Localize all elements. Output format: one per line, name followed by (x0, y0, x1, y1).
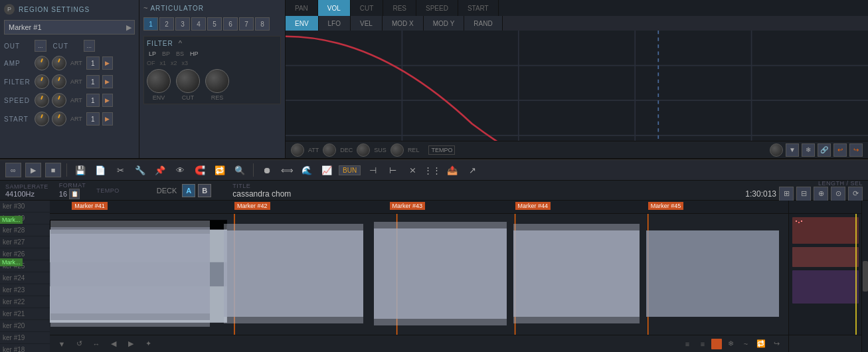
format-icon[interactable]: 📋 (69, 189, 80, 199)
marker-44-label[interactable]: Marker #44 (515, 202, 551, 210)
scissors-icon[interactable]: ✂ (112, 163, 128, 177)
trim-icon[interactable]: ⊣ (365, 163, 381, 177)
filter-bs[interactable]: BS (174, 50, 186, 58)
bun-btn[interactable]: BUN (339, 165, 361, 175)
start-knob1[interactable] (35, 112, 49, 126)
marker-dropdown[interactable]: Marker #1 ▶ (4, 20, 135, 35)
art-num-6[interactable]: 6 (223, 17, 238, 31)
cut-btn[interactable]: ... (84, 40, 96, 52)
curve-icon[interactable]: 📈 (319, 163, 335, 177)
dec-knob[interactable] (323, 143, 336, 157)
bottom-link[interactable]: ✦ (141, 337, 155, 351)
waveform-area[interactable] (50, 214, 788, 335)
art-num-7[interactable]: 7 (239, 17, 254, 31)
tab-cut[interactable]: CUT (351, 0, 384, 16)
art-num-2[interactable]: 2 (159, 17, 174, 31)
bottom-tilde[interactable]: ~ (739, 337, 752, 351)
amp-arrow-btn[interactable]: ▶ (102, 56, 113, 70)
art-num-1[interactable]: 1 (143, 17, 158, 31)
len-btn-5[interactable]: ⟳ (848, 187, 863, 201)
speed-knob1[interactable] (35, 93, 49, 108)
bottom-loop[interactable]: 🔁 (754, 337, 768, 351)
speed-knob2[interactable] (52, 93, 66, 108)
filter-hp[interactable]: HP (188, 50, 201, 58)
record-icon[interactable]: ⏺ (259, 163, 275, 177)
filter-lp[interactable]: LP (147, 50, 158, 58)
env-redo[interactable]: ↪ (849, 143, 863, 157)
side-marker-2[interactable]: Mark... (0, 258, 23, 266)
right-scrollbar[interactable] (861, 201, 868, 352)
filter-knob2[interactable] (52, 74, 66, 89)
stop-btn[interactable]: ■ (45, 163, 61, 177)
start-knob2[interactable] (52, 112, 66, 126)
rel-knob[interactable] (391, 143, 404, 157)
len-btn-1[interactable]: ⊞ (779, 187, 794, 201)
art-num-8[interactable]: 8 (255, 17, 270, 31)
tab-env[interactable]: ENV (286, 16, 319, 31)
bottom-prev[interactable]: ◀ (107, 337, 120, 351)
bottom-eq[interactable]: ≡ (696, 337, 709, 351)
filter-x3[interactable]: x3 (182, 60, 189, 66)
len-btn-2[interactable]: ⊟ (796, 187, 811, 201)
filter-arrow-btn[interactable]: ▶ (102, 75, 113, 88)
art-num-5[interactable]: 5 (207, 17, 222, 31)
export-icon[interactable]: 📤 (444, 163, 460, 177)
marker-41-label[interactable]: Marker #41 (72, 202, 108, 210)
bottom-arrow-down[interactable]: ▼ (55, 337, 68, 351)
art-num-4[interactable]: 4 (191, 17, 206, 31)
side-marker-1[interactable]: Mark... (0, 215, 23, 223)
amp-num-btn[interactable]: 1 (86, 56, 100, 70)
env-undo[interactable]: ↩ (833, 143, 847, 157)
cut-knob[interactable] (176, 69, 200, 93)
tab-vel[interactable]: VEL (351, 16, 383, 31)
tab-start[interactable]: START (458, 0, 499, 16)
tab-modx[interactable]: MOD X (383, 16, 424, 31)
tab-rand[interactable]: RAND (464, 16, 502, 31)
start-num-btn[interactable]: 1 (86, 112, 100, 126)
play-btn[interactable]: ▶ (25, 163, 41, 177)
bottom-stretch[interactable]: ↔ (90, 337, 103, 351)
env-link[interactable]: 🔗 (818, 143, 831, 157)
filter-num-btn[interactable]: 1 (86, 75, 100, 88)
speed-arrow-btn[interactable]: ▶ (102, 94, 113, 107)
bottom-snowflake[interactable]: ❄ (724, 337, 737, 351)
normalize-icon[interactable]: ⊢ (385, 163, 400, 177)
out-btn[interactable]: ... (35, 40, 46, 52)
wrench-icon[interactable]: 🔧 (132, 163, 148, 177)
env-knob[interactable] (147, 69, 171, 93)
loop-btn[interactable]: ∞ (5, 163, 21, 177)
tab-lfo[interactable]: LFO (319, 16, 351, 31)
save-icon[interactable]: 💾 (72, 163, 88, 177)
bottom-next[interactable]: ▶ (124, 337, 137, 351)
bottom-sort[interactable]: ≡ (681, 337, 694, 351)
crossfade-icon[interactable]: ⨯ (404, 163, 420, 177)
zoom-icon[interactable]: 🔍 (232, 163, 248, 177)
marker-42-label[interactable]: Marker #42 (234, 202, 270, 210)
art-num-3[interactable]: 3 (175, 17, 190, 31)
env-arrow-down[interactable]: ▼ (786, 143, 799, 157)
deck-a-btn[interactable]: A (182, 184, 195, 197)
env-snowflake[interactable]: ❄ (802, 143, 815, 157)
eye-icon[interactable]: 👁 (172, 163, 188, 177)
tab-res[interactable]: RES (383, 0, 416, 16)
tab-pan[interactable]: PAN (286, 0, 318, 16)
filter-x1[interactable]: x1 (160, 60, 167, 66)
right-scroll-thumb[interactable] (863, 261, 868, 292)
filter-bp[interactable]: BP (160, 50, 172, 58)
res-knob[interactable] (205, 69, 229, 93)
att-knob[interactable] (291, 143, 304, 157)
filter-knob1[interactable] (35, 74, 49, 89)
deck-b-btn[interactable]: B (198, 184, 211, 197)
marker-45-label[interactable]: Marker #45 (648, 202, 684, 210)
share-icon[interactable]: ↗ (464, 163, 480, 177)
file-icon[interactable]: 📄 (92, 163, 108, 177)
pin-icon[interactable]: 📌 (152, 163, 168, 177)
len-btn-4[interactable]: ⊙ (831, 187, 845, 201)
dots-icon[interactable]: ⋮⋮ (424, 163, 440, 177)
marker-43-label[interactable]: Marker #43 (390, 202, 426, 210)
len-btn-3[interactable]: ⊕ (814, 187, 828, 201)
filter-x2[interactable]: x2 (171, 60, 177, 66)
loop2-icon[interactable]: 🔁 (212, 163, 228, 177)
sus-knob[interactable] (357, 143, 370, 157)
bottom-refresh[interactable]: ↺ (72, 337, 86, 351)
